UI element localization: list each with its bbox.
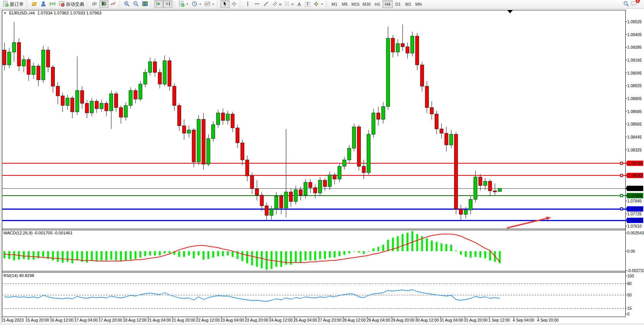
charts-profile-button[interactable] xyxy=(30,0,39,8)
svg-text:15 Aug 20:00: 15 Aug 20:00 xyxy=(26,318,49,322)
svg-text:1 Sep 12:00: 1 Sep 12:00 xyxy=(488,318,510,322)
tile-windows-button[interactable] xyxy=(140,0,150,8)
svg-text:30 Aug 12:00: 30 Aug 12:00 xyxy=(415,318,439,322)
timeframe-d1-button[interactable]: D1 xyxy=(393,0,403,8)
text-tool-button[interactable]: A xyxy=(295,0,303,8)
svg-text:17 Aug 04:00: 17 Aug 04:00 xyxy=(74,318,98,322)
svg-text:0.002543: 0.002543 xyxy=(627,231,644,235)
svg-text:1.08565: 1.08565 xyxy=(627,122,642,126)
fibonacci-label: F xyxy=(292,3,293,6)
svg-text:29 Aug 04:00: 29 Aug 04:00 xyxy=(367,318,390,322)
arrows-tool-button[interactable]: ▼ xyxy=(312,0,325,8)
svg-text:0: 0 xyxy=(627,312,630,316)
periods-button[interactable]: ▼ xyxy=(190,0,203,8)
signals-button[interactable] xyxy=(48,0,57,8)
svg-text:1.07896: 1.07896 xyxy=(628,193,642,198)
svg-text:1.08199: 1.08199 xyxy=(628,161,642,166)
main-toolbar: 新订单 自动交易 ▼ ▼ ▼ E F A T ▼ M1 M5 M15 M30 H… xyxy=(0,0,644,9)
horizontal-line-icon xyxy=(254,1,260,8)
search-button[interactable] xyxy=(622,0,631,8)
svg-text:1.09525: 1.09525 xyxy=(627,19,642,24)
rsi-indicator-label: RSI(14) 40.8298 xyxy=(3,273,34,278)
chart-canvas[interactable]: 10080501500.0025430.00-0.0027331.095251.… xyxy=(0,0,644,325)
vertical-line-tool-button[interactable] xyxy=(243,0,252,8)
line-chart-icon xyxy=(110,1,116,8)
shift-marker-icon[interactable] xyxy=(507,10,513,13)
text-label-tool-button[interactable]: T xyxy=(303,0,312,8)
profile-icon xyxy=(31,1,37,8)
cursor-icon xyxy=(222,1,228,8)
timeframe-m1-button[interactable]: M1 xyxy=(329,0,340,8)
svg-text:23 Aug 20:00: 23 Aug 20:00 xyxy=(245,318,268,322)
timeframe-m30-button[interactable]: M30 xyxy=(361,0,372,8)
vertical-line-icon xyxy=(245,1,251,8)
toolbar-grip xyxy=(326,1,328,7)
svg-text:31 Aug 20:00: 31 Aug 20:00 xyxy=(464,318,488,322)
annotation-arrow[interactable] xyxy=(507,217,551,228)
svg-text:1.09165: 1.09165 xyxy=(627,58,642,62)
svg-text:16 Aug 12:00: 16 Aug 12:00 xyxy=(50,318,73,322)
svg-text:50: 50 xyxy=(627,293,632,297)
auto-trading-button[interactable]: 自动交易 xyxy=(57,0,86,8)
search-icon xyxy=(623,1,629,8)
svg-text:1.08083: 1.08083 xyxy=(628,173,642,178)
rsi-line xyxy=(5,290,500,301)
fibonacci-tool-button[interactable]: F xyxy=(283,0,295,8)
chevron-down-icon: ▼ xyxy=(186,3,188,5)
svg-text:15: 15 xyxy=(627,306,632,311)
svg-text:28 Aug 12:00: 28 Aug 12:00 xyxy=(342,318,366,322)
rsi-levels: 1008050150 xyxy=(2,274,634,316)
chat-button[interactable]: 1 xyxy=(631,0,638,8)
horizontal-line-tool-button[interactable] xyxy=(252,0,261,8)
toolbar-grip xyxy=(174,1,176,7)
line-chart-mode-button[interactable] xyxy=(108,0,118,8)
bar-chart-mode-button[interactable] xyxy=(90,0,99,8)
timeframe-w1-button[interactable]: W1 xyxy=(403,0,413,8)
svg-text:1.07772: 1.07772 xyxy=(628,207,642,211)
svg-text:27 Aug 23:00: 27 Aug 23:00 xyxy=(318,318,341,322)
template-icon xyxy=(204,1,210,8)
candlestick-icon xyxy=(101,1,107,8)
chart-shift-button[interactable] xyxy=(163,0,172,8)
timeframe-h4-button[interactable]: H4 xyxy=(383,0,393,8)
indicators-button[interactable]: ▼ xyxy=(177,0,190,8)
svg-text:25 Aug 04:00: 25 Aug 04:00 xyxy=(293,318,317,322)
cursor-tool-button[interactable] xyxy=(220,0,230,8)
bar-chart-icon xyxy=(92,1,98,8)
zoom-out-button[interactable] xyxy=(131,0,140,8)
chevron-down-icon: ▼ xyxy=(212,3,214,5)
trendline-tool-button[interactable] xyxy=(261,0,271,8)
svg-text:1.09405: 1.09405 xyxy=(627,32,642,37)
crosshair-tool-button[interactable] xyxy=(230,0,239,8)
zoom-in-icon xyxy=(124,1,130,8)
svg-text:21 Aug 04:00: 21 Aug 04:00 xyxy=(147,318,171,322)
auto-scroll-button[interactable] xyxy=(154,0,163,8)
toolbar-grip xyxy=(26,1,29,7)
notification-badge: 1 xyxy=(635,0,640,3)
macd-axis-labels: 0.0025430.00-0.002733 xyxy=(625,231,644,273)
new-order-button[interactable]: 新订单 xyxy=(1,0,25,8)
svg-text:80: 80 xyxy=(627,281,632,286)
community-icon xyxy=(40,1,46,8)
templates-button[interactable]: ▼ xyxy=(203,0,216,8)
toolbar-grip xyxy=(217,1,219,7)
svg-text:4 Sep 20:00: 4 Sep 20:00 xyxy=(537,318,559,322)
svg-text:-0.002733: -0.002733 xyxy=(627,268,644,273)
new-order-label: 新订单 xyxy=(10,1,24,8)
timeframe-mn-button[interactable]: MN xyxy=(413,0,424,8)
svg-text:4 Sep 04:00: 4 Sep 04:00 xyxy=(513,318,534,322)
svg-text:15 Aug 2023: 15 Aug 2023 xyxy=(1,318,24,322)
timeframe-h1-button[interactable]: H1 xyxy=(372,0,383,8)
zoom-out-icon xyxy=(133,1,139,8)
svg-text:1.07610: 1.07610 xyxy=(627,224,642,228)
svg-text:23 Aug 04:00: 23 Aug 04:00 xyxy=(220,318,244,322)
timeframe-m15-button[interactable]: M15 xyxy=(350,0,361,8)
channel-tool-button[interactable]: E xyxy=(271,0,283,8)
new-order-icon xyxy=(3,1,9,8)
toolbar-grip xyxy=(87,1,89,7)
symbol-dropdown-icon[interactable]: ▼ xyxy=(3,11,6,15)
candlestick-mode-button[interactable] xyxy=(99,0,108,8)
zoom-in-button[interactable] xyxy=(122,0,131,8)
timeframe-m5-button[interactable]: M5 xyxy=(340,0,350,8)
community-button[interactable] xyxy=(39,0,48,8)
